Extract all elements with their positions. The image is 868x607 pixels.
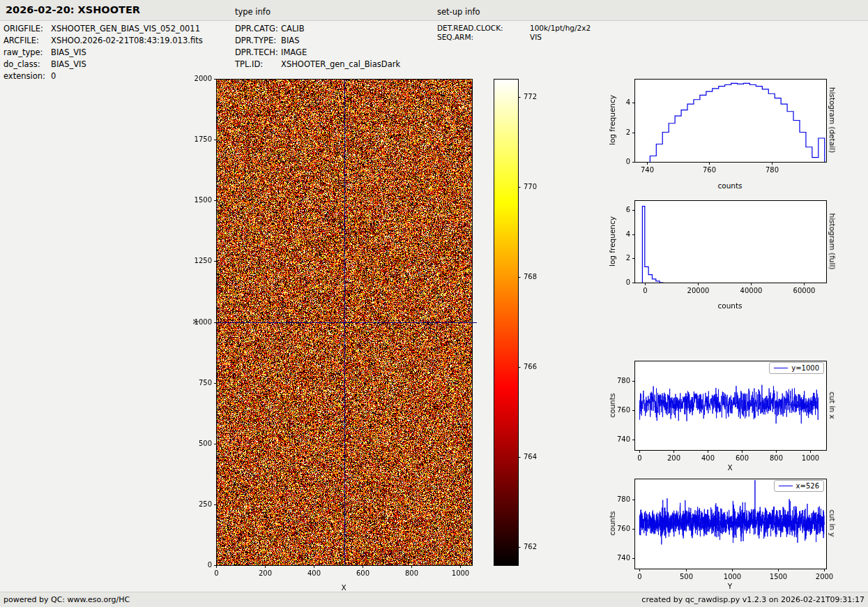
hist-detail-x-label: counts <box>717 181 742 190</box>
meta-label: SEQ.ARM: <box>437 33 530 42</box>
main-x-axis-label: X <box>341 583 346 592</box>
hist-full-right-label: histogram (full) <box>828 213 837 270</box>
cut-x-right-label: cut in x <box>828 391 837 419</box>
hist-full-y-label: log frequency <box>608 216 616 267</box>
meta-row-read-clock: DET.READ.CLOCK:100k/1pt/hg/2x2 <box>437 24 591 33</box>
meta-label: do_class: <box>3 59 51 70</box>
bias-frame-heatmap <box>178 70 485 592</box>
footer-bar: powered by QC: www.eso.org/HC created by… <box>0 592 868 607</box>
hist-detail-y-label: log frequency <box>608 95 616 145</box>
type-info-heading: type info <box>235 7 271 17</box>
histogram-detail-plot <box>607 70 837 181</box>
meta-label: raw_type: <box>3 47 51 59</box>
file-metadata: ORIGFILE:XSHOOTER_GEN_BIAS_VIS_052_0011 … <box>3 23 203 82</box>
cut-y-right-label: cut in y <box>828 509 837 537</box>
meta-value: BIAS_VIS <box>51 59 86 70</box>
meta-row-doclass: do_class:BIAS_VIS <box>3 59 203 70</box>
meta-label: ORIGFILE: <box>3 23 51 35</box>
meta-label: ARCFILE: <box>3 35 51 47</box>
meta-value: 0 <box>51 70 56 82</box>
meta-value: BIAS_VIS <box>51 47 86 59</box>
hist-detail-right-label: histogram (detail) <box>828 87 837 153</box>
meta-label: DET.READ.CLOCK: <box>437 24 530 33</box>
meta-label: DPR.TYPE: <box>235 35 281 47</box>
cut-y-legend: x=526 <box>774 480 824 492</box>
meta-value: XSHOOTER_GEN_BIAS_VIS_052_0011 <box>51 23 200 35</box>
type-info-metadata: DPR.CATG:CALIB DPR.TYPE:BIAS DPR.TECH:IM… <box>235 23 400 70</box>
meta-label: DPR.CATG: <box>235 23 281 35</box>
cut-y-x-label: Y <box>728 582 732 590</box>
meta-row-rawtype: raw_type:BIAS_VIS <box>3 47 203 59</box>
meta-value: BIAS <box>281 35 299 47</box>
meta-label: extension: <box>3 70 51 82</box>
meta-row-origfile: ORIGFILE:XSHOOTER_GEN_BIAS_VIS_052_0011 <box>3 23 203 35</box>
cut-x-y-label: counts <box>608 393 616 417</box>
meta-row-dpr-tech: DPR.TECH:IMAGE <box>235 47 400 59</box>
meta-label: DPR.TECH: <box>235 47 281 59</box>
legend-line-icon <box>774 368 788 368</box>
setup-info-metadata: DET.READ.CLOCK:100k/1pt/hg/2x2 SEQ.ARM:V… <box>437 24 591 42</box>
footer-right-text: created by qc_rawdisp.py v1.2.3 on 2026-… <box>641 592 865 607</box>
legend-line-icon <box>779 486 793 486</box>
meta-row-extension: extension:0 <box>3 70 203 82</box>
setup-info-heading: set-up info <box>437 7 480 17</box>
meta-row-seq-arm: SEQ.ARM:VIS <box>437 33 591 42</box>
meta-value: CALIB <box>281 23 305 35</box>
cut-x-legend: y=1000 <box>769 362 824 374</box>
meta-row-arcfile: ARCFILE:XSHOO.2026-02-21T08:43:19.013.fi… <box>3 35 203 47</box>
footer-left-text: powered by QC: www.eso.org/HC <box>3 592 130 607</box>
meta-value: IMAGE <box>281 47 307 59</box>
cut-y-legend-label: x=526 <box>796 482 819 490</box>
hist-full-x-label: counts <box>717 301 742 310</box>
cut-x-legend-label: y=1000 <box>791 364 819 372</box>
meta-value: 100k/1pt/hg/2x2 <box>530 24 591 33</box>
page-title: 2026-02-20: XSHOOTER <box>6 4 140 15</box>
qc-report-page: 2026-02-20: XSHOOTER type info set-up in… <box>0 0 868 607</box>
colorbar <box>488 70 547 592</box>
meta-row-tpl-id: TPL.ID:XSHOOTER_gen_cal_BiasDark <box>235 59 400 70</box>
meta-value: XSHOO.2026-02-21T08:43:19.013.fits <box>51 35 203 47</box>
meta-label: TPL.ID: <box>235 59 281 70</box>
main-y-axis-label: Y <box>192 320 200 324</box>
meta-row-dpr-catg: DPR.CATG:CALIB <box>235 23 400 35</box>
histogram-full-plot <box>607 191 837 303</box>
meta-value: VIS <box>530 33 542 42</box>
meta-row-dpr-type: DPR.TYPE:BIAS <box>235 35 400 47</box>
cut-y-y-label: counts <box>608 511 616 535</box>
meta-value: XSHOOTER_gen_cal_BiasDark <box>281 59 400 70</box>
